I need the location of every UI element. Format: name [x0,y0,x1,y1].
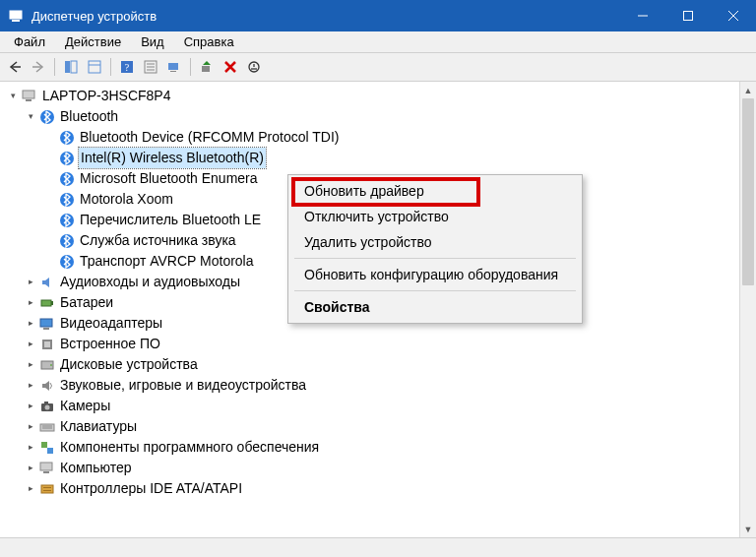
menu-help[interactable]: Справка [174,32,244,51]
svg-rect-35 [43,328,49,330]
disk-drive-icon [39,357,55,373]
titlebar: Диспетчер устройств [0,0,756,31]
tree-row-label: Motorola Xoom [79,189,174,210]
computer-icon [22,89,37,104]
svg-rect-51 [43,487,51,488]
tree-root[interactable]: ▾ LAPTOP-3HSCF8P4 [4,86,756,106]
tree-row-label: Контроллеры IDE ATA/ATAPI [59,478,243,499]
update-driver-button[interactable] [196,56,218,78]
svg-rect-32 [41,300,51,306]
tree-row-label: Перечислитель Bluetooth LE [79,210,262,230]
svg-rect-46 [41,442,47,448]
expand-icon[interactable]: ▸ [24,358,37,372]
tree-category[interactable]: ▸ Компьютер [4,458,756,478]
menu-disable-device[interactable]: Отключить устройство [290,204,580,229]
disable-button[interactable] [243,56,265,78]
context-menu: Обновить драйвер Отключить устройство Уд… [287,174,583,324]
audio-io-icon [39,275,55,290]
tree-row-label: Служба источника звука [79,230,237,251]
expand-icon[interactable]: ▸ [24,296,37,310]
expand-icon[interactable]: ▸ [24,400,37,413]
menu-separator [294,258,576,259]
svg-rect-10 [89,61,100,73]
toolbar-separator [110,58,111,76]
statusbar [0,537,756,557]
forward-button[interactable] [28,56,49,78]
expand-icon[interactable]: ▸ [24,420,37,434]
svg-point-39 [50,364,52,366]
bluetooth-icon [59,213,75,228]
svg-rect-34 [40,319,52,327]
tree-category[interactable]: ▸ Дисковые устройства [4,354,756,375]
tree-row-label: Транспорт AVRCP Motorola [79,251,255,272]
minimize-button[interactable] [620,0,665,31]
menu-separator [294,290,576,291]
tree-row-label: Клавиатуры [59,416,138,437]
menu-scan-hardware[interactable]: Обновить конфигурацию оборудования [290,262,580,287]
vertical-scrollbar[interactable]: ▲ ▼ [739,82,756,537]
tree-category[interactable]: ▸ Клавиатуры [4,416,756,437]
scroll-thumb[interactable] [742,98,754,285]
expand-icon[interactable]: ▾ [24,110,37,124]
scroll-track[interactable] [740,98,756,521]
expand-icon[interactable]: ▾ [6,90,20,103]
svg-rect-20 [202,66,210,72]
tree-row-label: Камеры [59,396,111,416]
tree-row-label: Видеоадаптеры [59,313,163,334]
svg-rect-22 [23,91,34,98]
svg-rect-33 [51,301,53,305]
scroll-down-button[interactable]: ▼ [740,521,756,537]
toolbar: ? [0,53,756,82]
svg-rect-3 [684,12,693,21]
expand-icon[interactable]: ▸ [24,379,37,393]
computer-icon [39,461,55,476]
close-button[interactable] [711,0,756,31]
expand-icon[interactable]: ▸ [24,462,37,475]
uninstall-button[interactable] [220,56,241,78]
tree-item[interactable]: Bluetooth Device (RFCOMM Protocol TDI) [4,127,756,148]
tree-category-bluetooth[interactable]: ▾ Bluetooth [4,106,756,127]
menu-file[interactable]: Файл [4,32,55,51]
expand-icon[interactable]: ▸ [24,482,37,496]
tree-row-label: Батареи [59,292,114,313]
action-button[interactable] [84,56,105,78]
window-title: Диспетчер устройств [32,9,157,24]
menu-properties[interactable]: Свойства [290,294,580,320]
battery-icon [39,295,55,311]
menu-action[interactable]: Действие [55,32,131,51]
scroll-up-button[interactable]: ▲ [740,82,756,98]
menu-view[interactable]: Вид [131,32,174,51]
back-button[interactable] [4,56,26,78]
tree-category[interactable]: ▸ Встроенное ПО [4,334,756,354]
svg-rect-18 [168,63,178,70]
menu-update-driver[interactable]: Обновить драйвер [290,178,580,204]
tree-row-label: Компьютер [59,458,132,478]
properties-button[interactable] [140,56,161,78]
maximize-button[interactable] [665,0,711,31]
svg-rect-47 [47,448,53,454]
tree-row-label: Microsoft Bluetooth Enumera [79,168,259,189]
svg-rect-8 [65,61,70,73]
bluetooth-icon [59,192,75,208]
tree-row-label: LAPTOP-3HSCF8P4 [41,86,171,106]
tree-category[interactable]: ▸ Звуковые, игровые и видеоустройства [4,375,756,396]
help-button[interactable]: ? [116,56,138,78]
tree-category[interactable]: ▸ Контроллеры IDE ATA/ATAPI [4,478,756,499]
toolbar-separator [190,58,191,76]
expand-icon[interactable]: ▸ [24,276,37,289]
expand-icon[interactable]: ▸ [24,441,37,455]
svg-rect-48 [40,463,52,470]
tree-row-label: Компоненты программного обеспечения [59,437,320,458]
expand-icon[interactable]: ▸ [24,338,37,351]
app-icon [8,8,24,24]
tree-category[interactable]: ▸ Камеры [4,396,756,416]
scan-hardware-button[interactable] [163,56,185,78]
expand-icon[interactable]: ▸ [24,317,37,331]
tree-category[interactable]: ▸ Компоненты программного обеспечения [4,437,756,458]
menu-uninstall-device[interactable]: Удалить устройство [290,229,580,255]
tree-item-selected[interactable]: Intel(R) Wireless Bluetooth(R) [4,148,756,168]
tree-row-label: Аудиовходы и аудиовыходы [59,272,241,292]
show-hide-tree-button[interactable] [60,56,82,78]
display-adapter-icon [39,316,55,332]
svg-rect-19 [170,71,176,72]
